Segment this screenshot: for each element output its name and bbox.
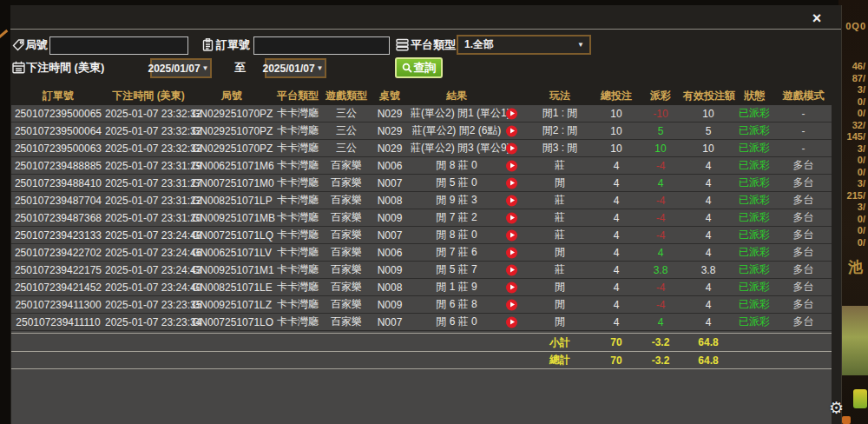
round-no-cell: GN009251071MB — [192, 212, 272, 224]
play-icon[interactable] — [506, 316, 517, 328]
valid-bet-cell: 4 — [683, 299, 733, 311]
bg-number: 215/ — [847, 190, 865, 202]
platform-cell: 卡卡灣廳 — [272, 228, 324, 242]
game-mode-cell: 多台 — [775, 315, 832, 329]
order-no-cell: 250107239411110 — [11, 316, 105, 328]
play-type-cell: 閒 — [525, 280, 595, 295]
play-icon[interactable] — [506, 195, 517, 206]
result-text: 閒 7 莊 6 — [436, 246, 477, 258]
play-icon[interactable] — [506, 264, 517, 275]
play-icon[interactable] — [506, 299, 517, 310]
table-no-cell: N029 — [369, 125, 411, 137]
platform-type-label: 平台類型 — [411, 35, 456, 56]
gear-icon[interactable]: ⚙ — [829, 398, 844, 418]
bet-history-modal: × 局號 訂單號 平台類型 1.全部 ▼ 下注時間 (美東) 2025/01/0… — [10, 5, 842, 424]
table-empty-area — [11, 369, 832, 424]
round-no-input[interactable] — [49, 36, 188, 55]
payout-cell: -4 — [638, 195, 683, 207]
platform-type-select[interactable]: 1.全部 ▼ — [457, 35, 591, 55]
total-bet-cell: 10 — [595, 142, 638, 155]
order-no-label: 訂單號 — [216, 35, 250, 56]
play-icon[interactable] — [506, 212, 517, 223]
play-icon[interactable] — [506, 229, 517, 241]
close-icon[interactable]: × — [808, 10, 825, 27]
play-type-cell: 閒1 : 閒 — [525, 106, 595, 121]
total-bet-cell: 4 — [595, 160, 638, 172]
total-bet-cell: 4 — [595, 247, 638, 259]
platform-cell: 卡卡灣廳 — [272, 158, 324, 173]
round-no-cell: GN008251071LE — [192, 282, 272, 294]
play-icon[interactable] — [506, 247, 517, 258]
result-text: 閒 9 莊 3 — [436, 194, 477, 206]
round-no-cell: GN029251070PZ — [192, 125, 272, 137]
play-type-cell: 閒2 : 閒 — [525, 123, 595, 138]
table-no-cell: N009 — [369, 299, 411, 311]
valid-bet-cell: 10 — [683, 142, 733, 155]
payout-cell: -4 — [638, 299, 683, 311]
game-type-cell: 三公 — [324, 106, 369, 121]
result-cell: 閒 6 莊 8 — [411, 297, 525, 312]
date-to-select[interactable]: 2025/01/07 ▼ — [265, 58, 326, 78]
play-triangle — [510, 268, 515, 273]
grand-total-row: 總計 70 -3.2 64.8 — [11, 351, 832, 369]
subtotal-payout: -3.2 — [638, 336, 683, 348]
platform-cell: 卡卡灣廳 — [272, 245, 324, 260]
bg-number: 32/ — [847, 120, 865, 132]
column-header: 下注時間 (美東) — [105, 89, 192, 103]
result-text: 莊(單公2) 閒3 (單公9) — [411, 142, 510, 154]
game-mode-cell: 多台 — [775, 176, 832, 190]
bet-time-cell: 2025-01-07 23:31:20 — [105, 212, 192, 224]
play-icon[interactable] — [506, 142, 517, 154]
play-icon[interactable] — [506, 177, 517, 189]
total-bet-cell: 10 — [595, 125, 638, 137]
play-triangle — [510, 181, 515, 186]
order-no-cell: 250107239487368 — [11, 212, 105, 224]
table-no-cell: N007 — [369, 177, 411, 189]
payout-cell: -10 — [638, 108, 683, 120]
subtotal-valid-bet: 64.8 — [683, 336, 733, 348]
valid-bet-cell: 4 — [683, 247, 733, 259]
order-no-cell: 250107239421452 — [11, 282, 105, 294]
background-game-image — [842, 306, 868, 375]
valid-bet-cell: 4 — [683, 282, 733, 294]
chevron-down-icon: ▼ — [317, 64, 329, 72]
column-header: 平台類型 — [272, 89, 324, 103]
total-bet-cell: 4 — [595, 177, 638, 189]
search-button[interactable]: 查詢 — [395, 57, 443, 78]
column-header: 遊戲類型 — [324, 89, 369, 103]
tag-icon — [12, 38, 25, 51]
game-mode-cell: 多台 — [775, 193, 832, 208]
table-no-cell: N009 — [369, 264, 411, 276]
play-icon[interactable] — [506, 108, 517, 119]
status-cell: 已派彩 — [733, 262, 775, 277]
total-bet-cell: 4 — [595, 316, 638, 328]
payout-cell: 5 — [638, 125, 683, 137]
table-no-cell: N008 — [369, 195, 411, 207]
game-type-cell: 百家樂 — [324, 245, 369, 260]
total-bet-cell: 4 — [595, 282, 638, 294]
status-cell: 已派彩 — [733, 210, 775, 225]
order-no-input[interactable] — [253, 36, 390, 55]
result-cell: 莊(單公2) 閒2 (6點) — [411, 123, 525, 138]
play-triangle — [510, 215, 515, 221]
play-icon[interactable] — [506, 282, 517, 293]
play-type-cell: 莊 — [525, 228, 595, 242]
bg-number: 145/ — [847, 131, 865, 143]
play-type-cell: 莊 — [525, 210, 595, 225]
background-code-text: 0Q0 — [845, 21, 866, 31]
round-no-cell: GN007251071LQ — [192, 229, 272, 242]
subtotal-row: 小計 70 -3.2 64.8 — [11, 333, 832, 351]
play-icon[interactable] — [506, 160, 517, 171]
game-mode-cell: - — [775, 125, 832, 137]
platform-cell: 卡卡灣廳 — [272, 210, 324, 225]
grand-total-label: 總計 — [525, 353, 595, 368]
date-from-select[interactable]: 2025/01/07 ▼ — [150, 58, 212, 78]
total-bet-cell: 4 — [595, 299, 638, 311]
platform-cell: 卡卡灣廳 — [272, 315, 324, 329]
order-no-cell: 250107239422175 — [11, 264, 105, 276]
table-row: 250107239411300 2025-01-07 23:23:35 GN00… — [11, 296, 832, 314]
game-type-cell: 百家樂 — [324, 158, 369, 173]
result-cell: 閒 8 莊 0 — [411, 158, 525, 173]
play-icon[interactable] — [506, 125, 517, 136]
status-cell: 已派彩 — [733, 141, 775, 156]
